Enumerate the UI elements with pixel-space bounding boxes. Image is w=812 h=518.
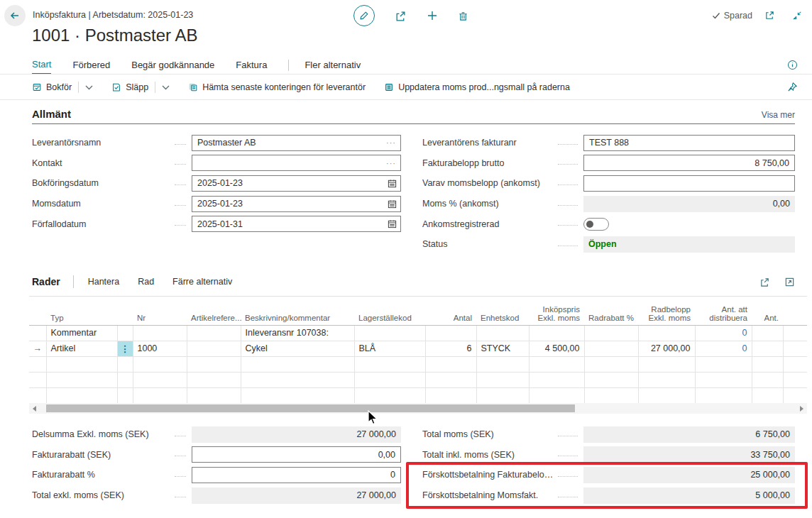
lines-menu-hantera[interactable]: Hantera <box>88 277 119 287</box>
tab-forbered[interactable]: Förbered <box>72 60 110 74</box>
fakturarabatt-procent-input[interactable]: 0 <box>192 467 401 483</box>
scrollbar-thumb[interactable] <box>46 404 575 412</box>
delete-button[interactable] <box>458 11 468 21</box>
dotted-leader <box>175 497 186 497</box>
momsdatum-input[interactable]: 2025-01-23 <box>192 196 401 212</box>
cell-belopp[interactable]: 27 000,00 <box>638 341 695 356</box>
tab-begar-godkannande[interactable]: Begär godkännande <box>131 60 214 74</box>
distribuera-link[interactable]: 0 <box>742 328 747 338</box>
fakturabelopp-brutto-input[interactable]: 8 750,00 <box>583 155 795 171</box>
col-nr[interactable]: Nr <box>133 297 187 325</box>
bokforingsdatum-input[interactable]: 2025-01-23 <box>192 175 401 192</box>
slapp-button[interactable]: Släpp <box>111 82 148 92</box>
field-label: Totalt inkl. moms (SEK) <box>422 450 554 460</box>
bokfor-dropdown[interactable] <box>85 85 93 90</box>
cell-beskrivning[interactable]: Inleveransnr 107038: <box>241 325 354 341</box>
share-button[interactable] <box>395 10 407 22</box>
leverantorsnamn-input[interactable]: Postmaster AB <box>192 135 401 151</box>
calendar-icon[interactable] <box>388 179 397 188</box>
tab-fler-alternativ[interactable]: Fler alternativ <box>304 60 361 74</box>
calendar-icon[interactable] <box>388 219 397 228</box>
collapse-button[interactable] <box>792 10 802 21</box>
horizontal-scrollbar[interactable] <box>29 403 807 414</box>
cell-row-menu[interactable]: ⋮ <box>117 341 133 356</box>
slapp-dropdown[interactable] <box>162 85 170 90</box>
col-overflow <box>783 297 807 325</box>
cell-ant[interactable] <box>752 325 783 341</box>
info-button[interactable] <box>787 60 798 70</box>
cell-rabatt[interactable] <box>584 325 638 341</box>
kontakt-input[interactable] <box>192 155 401 171</box>
col-radrabatt[interactable]: Radrabatt % <box>584 297 638 325</box>
col-inkopspris[interactable]: Inköpspris Exkl. moms <box>529 297 584 325</box>
distribuera-link[interactable]: 0 <box>742 343 747 353</box>
cell-enhet[interactable]: STYCK <box>476 341 529 356</box>
cell-enhet[interactable] <box>476 325 529 341</box>
cell-pris[interactable]: 4 500,00 <box>529 341 584 356</box>
scroll-left-arrow[interactable] <box>33 406 36 412</box>
dotted-leader <box>175 456 186 456</box>
divider-under-tabs <box>0 74 812 75</box>
grid-row-empty <box>29 387 807 403</box>
col-lagerstallekod[interactable]: Lagerställekod <box>354 297 425 325</box>
row-selector-active[interactable]: → <box>29 341 46 356</box>
cell-overflow <box>783 325 807 341</box>
cell-typ[interactable]: Artikel <box>46 341 117 356</box>
new-button[interactable] <box>427 10 438 21</box>
cell-artref[interactable] <box>187 325 241 341</box>
hamta-kontering-button[interactable]: Hämta senaste konteringen för leverantör <box>188 82 366 92</box>
row-selector[interactable] <box>29 325 46 341</box>
cell-pris[interactable] <box>529 325 584 341</box>
cell-antal[interactable] <box>425 325 476 341</box>
forskottsbetalning-fakturabelopp-field: 25 000,00 <box>583 467 795 483</box>
cell-ant-att-distribuera[interactable]: 0 <box>695 341 752 356</box>
pin-button[interactable] <box>787 82 798 92</box>
edit-button[interactable] <box>353 5 375 26</box>
forfallodatum-input[interactable]: 2025-01-31 <box>192 216 401 232</box>
tab-start[interactable]: Start <box>32 59 51 75</box>
varav-momsbelopp-input[interactable] <box>583 175 795 192</box>
col-typ[interactable]: Typ <box>46 297 117 325</box>
lines-menu-farre-alternativ[interactable]: Färre alternativ <box>172 277 232 287</box>
field-value: 2025-01-31 <box>197 219 243 229</box>
breadcrumb: Inköpsfaktura | Arbetsdatum: 2025-01-23 <box>33 10 193 20</box>
cell-nr[interactable]: 1000 <box>133 341 187 356</box>
cell-lager[interactable] <box>354 325 425 341</box>
col-enhetskod[interactable]: Enhetskod <box>476 297 529 325</box>
lines-menu-rad[interactable]: Rad <box>138 277 154 287</box>
bokfor-button[interactable]: Bokför <box>32 82 72 92</box>
scroll-right-arrow[interactable] <box>800 406 803 412</box>
field-delsumma: Delsumma Exkl. moms (SEK) 27 000,00 <box>32 424 401 445</box>
col-antal[interactable]: Antal <box>425 297 476 325</box>
open-in-new-window-button[interactable] <box>764 10 775 21</box>
col-radbelopp[interactable]: Radbelopp Exkl. moms <box>638 297 695 325</box>
col-beskrivning[interactable]: Beskrivning/kommentar <box>241 297 354 325</box>
col-ant-att-distribuera[interactable]: Ant. att distribuera <box>695 297 752 325</box>
cell-belopp[interactable] <box>638 325 695 341</box>
totalt-inkl-moms-field: 33 750,00 <box>583 446 795 463</box>
section-title-rader: Rader <box>32 276 60 287</box>
cell-typ[interactable]: Kommentar <box>46 325 117 341</box>
ankomstregistrerad-toggle[interactable] <box>583 218 609 231</box>
col-artikelreferens[interactable]: Artikelrefere... <box>187 297 241 325</box>
cell-beskrivning[interactable]: Cykel <box>241 341 354 356</box>
cell-lager[interactable]: BLÅ <box>354 341 425 356</box>
uppdatera-moms-button[interactable]: Uppdatera moms prod...ngsmall på raderna <box>384 82 570 92</box>
fakturarabatt-sek-input[interactable]: 0,00 <box>192 446 401 463</box>
calendar-icon[interactable] <box>388 199 397 209</box>
back-button[interactable] <box>4 5 26 26</box>
cell-ant-att-distribuera[interactable]: 0 <box>695 325 752 341</box>
cell-nr[interactable] <box>133 325 187 341</box>
col-ant[interactable]: Ant. <box>752 297 783 325</box>
cell-ant[interactable] <box>752 341 783 356</box>
leverantorens-fakturanr-input[interactable]: TEST 888 <box>583 135 795 151</box>
cell-antal[interactable]: 6 <box>425 341 476 356</box>
show-more-link[interactable]: Visa mer <box>762 110 795 120</box>
row-ellipsis-menu-icon[interactable]: ⋮ <box>118 341 133 356</box>
cell-artref[interactable] <box>187 341 241 356</box>
tab-faktura[interactable]: Faktura <box>236 60 267 74</box>
lines-expand-button[interactable] <box>784 277 795 287</box>
lines-share-button[interactable] <box>759 277 770 287</box>
cell-rabatt[interactable] <box>584 341 638 356</box>
dotted-leader <box>175 184 186 185</box>
